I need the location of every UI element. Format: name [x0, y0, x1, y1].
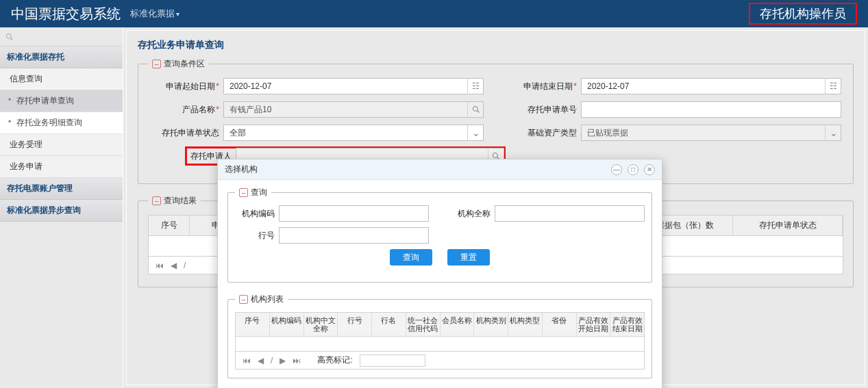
- org-name-label: 机构全称: [451, 208, 495, 220]
- pager-first-button[interactable]: ⏮: [156, 261, 164, 270]
- collapse-icon[interactable]: –: [239, 188, 248, 197]
- search-icon[interactable]: [467, 101, 484, 118]
- minimize-button[interactable]: —: [611, 164, 622, 175]
- pager-separator: /: [184, 261, 186, 270]
- product-input[interactable]: [223, 101, 484, 118]
- nav-menu-label: 标准化票据: [130, 8, 175, 20]
- col-5: 统一社会信用代码: [406, 313, 441, 336]
- col-11: 产品有效结束日期: [610, 313, 644, 336]
- end-date-input[interactable]: [581, 78, 841, 94]
- org-grid-header: 序号 机构编码 机构中文全称 行号 行名 统一社会信用代码 会员名称 机构类别 …: [235, 312, 645, 337]
- bank-no-input[interactable]: [279, 227, 429, 244]
- col-index: 序号: [149, 216, 190, 235]
- bank-no-label: 行号: [235, 230, 279, 242]
- sidebar-section-info-query[interactable]: 信息查询: [0, 68, 123, 90]
- dialog-title: 选择机构: [225, 164, 258, 175]
- sidebar-cat-custody[interactable]: 标准化票据存托: [0, 47, 123, 68]
- asset-label: 基础资产类型: [506, 127, 581, 139]
- end-date-label: 申请结束日期: [506, 81, 581, 92]
- svg-point-4: [493, 153, 498, 158]
- col-3: 行号: [338, 313, 372, 336]
- dialog-titlebar[interactable]: 选择机构 — □ ✕: [218, 159, 662, 180]
- pager-next-button[interactable]: ▶: [280, 356, 286, 365]
- sidebar-item-apply-query[interactable]: 存托申请单查询: [0, 90, 123, 112]
- reset-button[interactable]: 重置: [447, 249, 490, 266]
- start-date-input[interactable]: [223, 78, 484, 94]
- col-0: 序号: [236, 313, 270, 336]
- svg-line-1: [11, 38, 13, 40]
- page-title: 存托业务申请单查询: [138, 39, 854, 51]
- collapse-icon[interactable]: –: [152, 60, 161, 68]
- app-header: 中国票据交易系统 标准化票据 ▾ 存托机构操作员: [0, 0, 868, 27]
- calendar-icon[interactable]: ☷: [467, 78, 484, 94]
- app-title: 中国票据交易系统: [11, 5, 121, 23]
- org-code-label: 机构编码: [235, 208, 279, 220]
- sidebar-section-accept[interactable]: 业务受理: [0, 134, 123, 156]
- org-grid-body: [235, 337, 645, 352]
- col-7: 机构类别: [474, 313, 508, 336]
- pager-prev-button[interactable]: ◀: [258, 356, 264, 365]
- sidebar-search[interactable]: [0, 27, 123, 47]
- col-8: 机构类型: [508, 313, 543, 336]
- chevron-down-icon[interactable]: [825, 125, 841, 141]
- close-button[interactable]: ✕: [644, 164, 655, 175]
- pager-prev-button[interactable]: ◀: [171, 261, 177, 270]
- calendar-icon[interactable]: ☷: [825, 78, 841, 94]
- sidebar: 标准化票据存托 信息查询 存托申请单查询 存托业务明细查询 业务受理 业务申请 …: [0, 27, 123, 388]
- org-code-input[interactable]: [279, 205, 429, 222]
- col-9: 省份: [543, 313, 577, 336]
- dialog-list-legend: – 机构列表: [235, 294, 288, 305]
- caret-down-icon: ▾: [176, 10, 179, 18]
- query-results-label: 查询结果: [164, 195, 197, 207]
- org-select-dialog: 选择机构 — □ ✕ – 查询 机构编码 机构全称: [217, 159, 662, 388]
- svg-point-2: [473, 107, 478, 112]
- dialog-list-label: 机构列表: [251, 294, 284, 305]
- user-role-badge[interactable]: 存托机构操作员: [749, 3, 857, 25]
- query-button[interactable]: 查询: [390, 249, 432, 266]
- highlight-input[interactable]: [360, 354, 425, 367]
- dialog-list-block: – 机构列表 序号 机构编码 机构中文全称 行号 行名 统一社会信用代码 会员名…: [227, 294, 652, 378]
- svg-line-3: [477, 111, 479, 113]
- collapse-icon[interactable]: –: [152, 196, 161, 205]
- org-grid-pager: ⏮ ◀ / ▶ ⏭ 高亮标记:: [235, 352, 645, 370]
- query-conditions-legend: – 查询条件区: [148, 58, 209, 70]
- pager-separator: /: [271, 356, 273, 365]
- start-date-label: 申请起始日期: [148, 81, 223, 92]
- sidebar-cat-ebill-account[interactable]: 存托电票账户管理: [0, 178, 123, 200]
- query-results-legend: – 查询结果: [148, 195, 201, 207]
- apply-no-input[interactable]: [581, 101, 841, 118]
- pager-last-button[interactable]: ⏭: [293, 356, 301, 365]
- col-1: 机构编码: [270, 313, 304, 336]
- dialog-query-label: 查询: [251, 187, 267, 198]
- svg-point-0: [7, 34, 12, 38]
- status-select[interactable]: [223, 125, 484, 141]
- nav-menu-standardized-bills[interactable]: 标准化票据 ▾: [130, 8, 179, 20]
- apply-no-label: 存托申请单号: [506, 104, 581, 116]
- product-label: 产品名称: [148, 104, 223, 116]
- dialog-query-legend: – 查询: [235, 187, 271, 198]
- query-conditions-label: 查询条件区: [164, 58, 205, 70]
- status-label: 存托申请单状态: [148, 127, 223, 139]
- search-icon: [5, 33, 14, 41]
- col-status: 存托申请单状态: [733, 216, 843, 235]
- col-6: 会员名称: [441, 313, 475, 336]
- asset-select[interactable]: [581, 125, 841, 141]
- sidebar-item-detail-query[interactable]: 存托业务明细查询: [0, 112, 123, 134]
- col-4: 行名: [372, 313, 406, 336]
- collapse-icon[interactable]: –: [239, 295, 248, 304]
- maximize-button[interactable]: □: [628, 164, 638, 175]
- pager-first-button[interactable]: ⏮: [243, 356, 251, 365]
- sidebar-cat-async-query[interactable]: 标准化票据异步查询: [0, 200, 123, 222]
- dialog-query-block: – 查询 机构编码 机构全称 行号: [227, 187, 652, 283]
- chevron-down-icon[interactable]: [467, 125, 484, 141]
- col-10: 产品有效开始日期: [577, 313, 611, 336]
- col-2: 机构中文全称: [304, 313, 338, 336]
- highlight-label: 高亮标记:: [317, 354, 352, 366]
- org-name-input[interactable]: [495, 205, 645, 222]
- sidebar-section-apply[interactable]: 业务申请: [0, 156, 123, 178]
